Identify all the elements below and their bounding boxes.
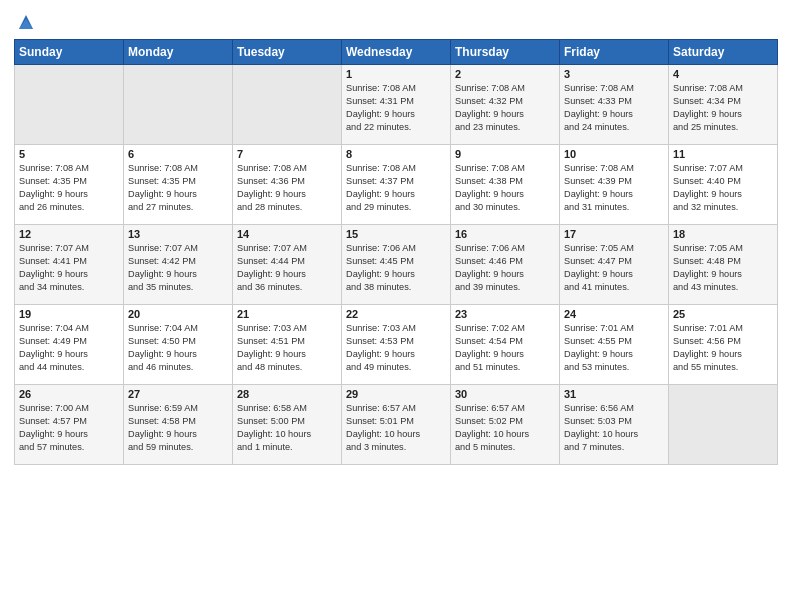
- header: [14, 10, 778, 31]
- day-info: Sunrise: 7:07 AM Sunset: 4:40 PM Dayligh…: [673, 162, 773, 214]
- calendar-table: SundayMondayTuesdayWednesdayThursdayFrid…: [14, 39, 778, 465]
- day-info: Sunrise: 7:08 AM Sunset: 4:33 PM Dayligh…: [564, 82, 664, 134]
- day-info: Sunrise: 6:56 AM Sunset: 5:03 PM Dayligh…: [564, 402, 664, 454]
- calendar-cell: [124, 65, 233, 145]
- calendar-cell: 24Sunrise: 7:01 AM Sunset: 4:55 PM Dayli…: [560, 305, 669, 385]
- logo-text: [14, 10, 37, 33]
- day-info: Sunrise: 7:06 AM Sunset: 4:46 PM Dayligh…: [455, 242, 555, 294]
- calendar-cell: 8Sunrise: 7:08 AM Sunset: 4:37 PM Daylig…: [342, 145, 451, 225]
- calendar-cell: 2Sunrise: 7:08 AM Sunset: 4:32 PM Daylig…: [451, 65, 560, 145]
- day-number: 14: [237, 228, 337, 240]
- day-info: Sunrise: 6:58 AM Sunset: 5:00 PM Dayligh…: [237, 402, 337, 454]
- week-row-0: 1Sunrise: 7:08 AM Sunset: 4:31 PM Daylig…: [15, 65, 778, 145]
- day-info: Sunrise: 7:07 AM Sunset: 4:42 PM Dayligh…: [128, 242, 228, 294]
- calendar-cell: 7Sunrise: 7:08 AM Sunset: 4:36 PM Daylig…: [233, 145, 342, 225]
- day-info: Sunrise: 7:03 AM Sunset: 4:51 PM Dayligh…: [237, 322, 337, 374]
- day-number: 23: [455, 308, 555, 320]
- weekday-header-friday: Friday: [560, 40, 669, 65]
- calendar-cell: 14Sunrise: 7:07 AM Sunset: 4:44 PM Dayli…: [233, 225, 342, 305]
- calendar-cell: [15, 65, 124, 145]
- calendar-cell: 9Sunrise: 7:08 AM Sunset: 4:38 PM Daylig…: [451, 145, 560, 225]
- day-number: 3: [564, 68, 664, 80]
- calendar-cell: 28Sunrise: 6:58 AM Sunset: 5:00 PM Dayli…: [233, 385, 342, 465]
- calendar-cell: 11Sunrise: 7:07 AM Sunset: 4:40 PM Dayli…: [669, 145, 778, 225]
- day-number: 21: [237, 308, 337, 320]
- calendar-cell: 17Sunrise: 7:05 AM Sunset: 4:47 PM Dayli…: [560, 225, 669, 305]
- day-number: 30: [455, 388, 555, 400]
- day-number: 20: [128, 308, 228, 320]
- calendar-cell: 27Sunrise: 6:59 AM Sunset: 4:58 PM Dayli…: [124, 385, 233, 465]
- day-number: 9: [455, 148, 555, 160]
- calendar-cell: 12Sunrise: 7:07 AM Sunset: 4:41 PM Dayli…: [15, 225, 124, 305]
- svg-marker-1: [19, 19, 33, 29]
- calendar-cell: 21Sunrise: 7:03 AM Sunset: 4:51 PM Dayli…: [233, 305, 342, 385]
- calendar-cell: 3Sunrise: 7:08 AM Sunset: 4:33 PM Daylig…: [560, 65, 669, 145]
- day-info: Sunrise: 7:05 AM Sunset: 4:48 PM Dayligh…: [673, 242, 773, 294]
- day-info: Sunrise: 7:08 AM Sunset: 4:37 PM Dayligh…: [346, 162, 446, 214]
- calendar-cell: [669, 385, 778, 465]
- calendar-cell: 6Sunrise: 7:08 AM Sunset: 4:35 PM Daylig…: [124, 145, 233, 225]
- calendar-cell: 31Sunrise: 6:56 AM Sunset: 5:03 PM Dayli…: [560, 385, 669, 465]
- calendar-cell: 1Sunrise: 7:08 AM Sunset: 4:31 PM Daylig…: [342, 65, 451, 145]
- day-number: 12: [19, 228, 119, 240]
- day-info: Sunrise: 7:01 AM Sunset: 4:55 PM Dayligh…: [564, 322, 664, 374]
- weekday-header-monday: Monday: [124, 40, 233, 65]
- day-number: 8: [346, 148, 446, 160]
- logo-icon: [15, 11, 37, 33]
- day-info: Sunrise: 7:05 AM Sunset: 4:47 PM Dayligh…: [564, 242, 664, 294]
- day-number: 13: [128, 228, 228, 240]
- week-row-2: 12Sunrise: 7:07 AM Sunset: 4:41 PM Dayli…: [15, 225, 778, 305]
- calendar-cell: 29Sunrise: 6:57 AM Sunset: 5:01 PM Dayli…: [342, 385, 451, 465]
- day-info: Sunrise: 7:01 AM Sunset: 4:56 PM Dayligh…: [673, 322, 773, 374]
- calendar-cell: 26Sunrise: 7:00 AM Sunset: 4:57 PM Dayli…: [15, 385, 124, 465]
- day-info: Sunrise: 7:07 AM Sunset: 4:44 PM Dayligh…: [237, 242, 337, 294]
- calendar-cell: 15Sunrise: 7:06 AM Sunset: 4:45 PM Dayli…: [342, 225, 451, 305]
- day-number: 2: [455, 68, 555, 80]
- calendar-cell: 20Sunrise: 7:04 AM Sunset: 4:50 PM Dayli…: [124, 305, 233, 385]
- page-container: SundayMondayTuesdayWednesdayThursdayFrid…: [0, 0, 792, 473]
- day-info: Sunrise: 7:07 AM Sunset: 4:41 PM Dayligh…: [19, 242, 119, 294]
- day-number: 4: [673, 68, 773, 80]
- calendar-cell: 30Sunrise: 6:57 AM Sunset: 5:02 PM Dayli…: [451, 385, 560, 465]
- weekday-header-wednesday: Wednesday: [342, 40, 451, 65]
- weekday-header-row: SundayMondayTuesdayWednesdayThursdayFrid…: [15, 40, 778, 65]
- week-row-3: 19Sunrise: 7:04 AM Sunset: 4:49 PM Dayli…: [15, 305, 778, 385]
- day-number: 18: [673, 228, 773, 240]
- day-info: Sunrise: 6:57 AM Sunset: 5:02 PM Dayligh…: [455, 402, 555, 454]
- day-info: Sunrise: 7:08 AM Sunset: 4:35 PM Dayligh…: [128, 162, 228, 214]
- day-info: Sunrise: 7:08 AM Sunset: 4:32 PM Dayligh…: [455, 82, 555, 134]
- day-number: 19: [19, 308, 119, 320]
- day-number: 25: [673, 308, 773, 320]
- day-number: 24: [564, 308, 664, 320]
- day-info: Sunrise: 7:00 AM Sunset: 4:57 PM Dayligh…: [19, 402, 119, 454]
- logo: [14, 10, 37, 31]
- day-number: 28: [237, 388, 337, 400]
- calendar-cell: 23Sunrise: 7:02 AM Sunset: 4:54 PM Dayli…: [451, 305, 560, 385]
- day-info: Sunrise: 7:08 AM Sunset: 4:34 PM Dayligh…: [673, 82, 773, 134]
- day-info: Sunrise: 6:57 AM Sunset: 5:01 PM Dayligh…: [346, 402, 446, 454]
- day-info: Sunrise: 6:59 AM Sunset: 4:58 PM Dayligh…: [128, 402, 228, 454]
- day-info: Sunrise: 7:08 AM Sunset: 4:39 PM Dayligh…: [564, 162, 664, 214]
- weekday-header-thursday: Thursday: [451, 40, 560, 65]
- day-number: 31: [564, 388, 664, 400]
- calendar-cell: 10Sunrise: 7:08 AM Sunset: 4:39 PM Dayli…: [560, 145, 669, 225]
- day-number: 1: [346, 68, 446, 80]
- day-info: Sunrise: 7:04 AM Sunset: 4:49 PM Dayligh…: [19, 322, 119, 374]
- day-number: 16: [455, 228, 555, 240]
- calendar-cell: 13Sunrise: 7:07 AM Sunset: 4:42 PM Dayli…: [124, 225, 233, 305]
- calendar-cell: [233, 65, 342, 145]
- calendar-cell: 4Sunrise: 7:08 AM Sunset: 4:34 PM Daylig…: [669, 65, 778, 145]
- day-number: 29: [346, 388, 446, 400]
- weekday-header-sunday: Sunday: [15, 40, 124, 65]
- day-number: 22: [346, 308, 446, 320]
- day-number: 10: [564, 148, 664, 160]
- day-number: 6: [128, 148, 228, 160]
- day-info: Sunrise: 7:08 AM Sunset: 4:38 PM Dayligh…: [455, 162, 555, 214]
- calendar-cell: 22Sunrise: 7:03 AM Sunset: 4:53 PM Dayli…: [342, 305, 451, 385]
- week-row-4: 26Sunrise: 7:00 AM Sunset: 4:57 PM Dayli…: [15, 385, 778, 465]
- calendar-cell: 16Sunrise: 7:06 AM Sunset: 4:46 PM Dayli…: [451, 225, 560, 305]
- calendar-cell: 25Sunrise: 7:01 AM Sunset: 4:56 PM Dayli…: [669, 305, 778, 385]
- day-number: 15: [346, 228, 446, 240]
- day-info: Sunrise: 7:04 AM Sunset: 4:50 PM Dayligh…: [128, 322, 228, 374]
- day-number: 5: [19, 148, 119, 160]
